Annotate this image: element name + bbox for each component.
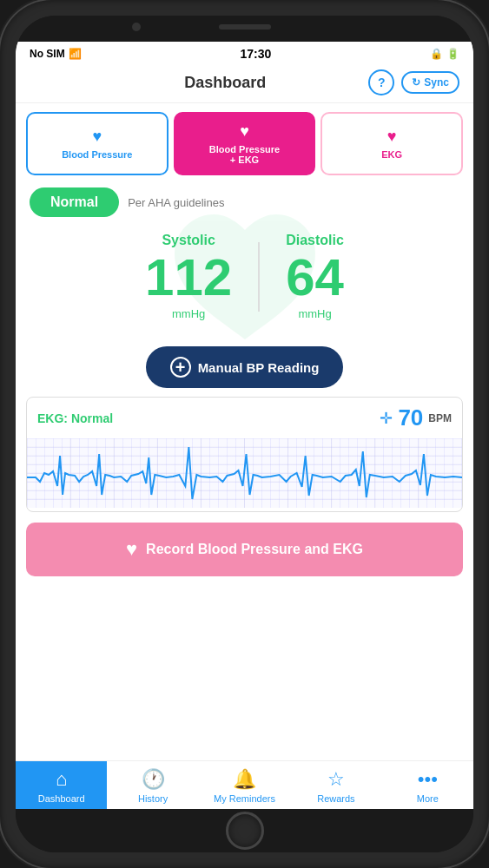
ekg-header: EKG: Normal ✛ 70 BPM	[27, 398, 462, 438]
battery-icon: 🔋	[446, 48, 459, 60]
spacer	[16, 583, 473, 760]
lock-icon: 🔒	[430, 48, 443, 60]
phone-frame: No SIM 📶 17:30 🔒 🔋 Dashboard ? ↻ Sync	[0, 0, 489, 868]
ekg-bpm-value: 70	[398, 404, 423, 431]
ekg-label: EKG:	[37, 411, 68, 425]
ekg-bpm-unit: BPM	[428, 412, 452, 424]
bp-tab-label: Blood Pressure	[62, 149, 132, 160]
diastolic-reading: Diastolic 64 mmHg	[260, 233, 370, 320]
bp-tab-icon: ♥	[92, 128, 102, 146]
tab-blood-pressure-ekg[interactable]: ♥ Blood Pressure+ EKG	[174, 112, 316, 175]
ekg-bpm-display: ✛ 70 BPM	[380, 404, 452, 431]
diastolic-unit: mmHg	[298, 307, 331, 320]
record-heart-icon: ♥	[126, 538, 137, 561]
nav-rewards-label: Rewards	[317, 793, 354, 804]
sync-label: Sync	[424, 76, 449, 89]
header-title: Dashboard	[82, 74, 368, 92]
header-actions: ? ↻ Sync	[368, 69, 459, 95]
phone-bottom	[16, 809, 473, 852]
screen: No SIM 📶 17:30 🔒 🔋 Dashboard ? ↻ Sync	[16, 42, 473, 809]
app-header: Dashboard ? ↻ Sync	[16, 64, 473, 103]
bpekg-tab-icon: ♥	[240, 122, 249, 141]
phone-inner: No SIM 📶 17:30 🔒 🔋 Dashboard ? ↻ Sync	[16, 16, 473, 852]
tab-ekg[interactable]: ♥ EKG	[320, 112, 463, 175]
ekg-pulse-icon: ✛	[380, 409, 393, 428]
nav-more-label: More	[417, 793, 439, 804]
systolic-unit: mmHg	[172, 307, 205, 320]
wifi-icon: 📶	[69, 48, 82, 60]
nav-reminders[interactable]: 🔔 My Reminders	[199, 761, 290, 809]
record-bp-ekg-button[interactable]: ♥ Record Blood Pressure and EKG	[26, 523, 463, 576]
ekg-chart	[27, 438, 462, 508]
systolic-value: 112	[145, 252, 232, 304]
sync-icon: ↻	[412, 76, 420, 89]
tab-selector: ♥ Blood Pressure ♥ Blood Pressure+ EKG ♥…	[16, 103, 473, 181]
manual-bp-plus-icon: +	[170, 357, 191, 378]
ekg-tab-icon: ♥	[387, 128, 397, 146]
diastolic-label: Diastolic	[286, 233, 344, 248]
history-icon: 🕐	[142, 768, 165, 791]
help-button[interactable]: ?	[368, 69, 394, 95]
camera	[132, 23, 141, 31]
ekg-normal-status: Normal	[71, 411, 113, 425]
status-time: 17:30	[240, 47, 271, 61]
record-btn-section: ♥ Record Blood Pressure and EKG	[16, 512, 473, 583]
nav-dashboard-label: Dashboard	[38, 793, 85, 804]
systolic-reading: Systolic 112 mmHg	[119, 233, 258, 320]
nav-dashboard[interactable]: ⌂ Dashboard	[16, 761, 107, 809]
ekg-tab-label: EKG	[381, 149, 402, 160]
normal-badge: Normal	[30, 187, 119, 217]
record-btn-label: Record Blood Pressure and EKG	[146, 542, 363, 557]
phone-top-bar	[16, 16, 473, 42]
bpekg-tab-label: Blood Pressure+ EKG	[209, 144, 280, 165]
nav-more[interactable]: ••• More	[382, 761, 473, 809]
carrier-label: No SIM	[30, 48, 65, 60]
nav-history[interactable]: 🕐 History	[107, 761, 198, 809]
nav-rewards[interactable]: ☆ Rewards	[290, 761, 381, 809]
status-left: No SIM 📶	[30, 48, 82, 60]
ekg-status: EKG: Normal	[37, 411, 113, 425]
readings-section: Systolic 112 mmHg Diastolic 64 mmHg	[16, 224, 473, 338]
tab-blood-pressure[interactable]: ♥ Blood Pressure	[26, 112, 169, 175]
speaker	[219, 24, 271, 30]
reminders-icon: 🔔	[233, 768, 256, 791]
home-button[interactable]	[226, 812, 264, 850]
bottom-nav: ⌂ Dashboard 🕐 History 🔔 My Reminders ☆ R…	[16, 760, 473, 809]
status-right: 🔒 🔋	[430, 48, 459, 60]
nav-history-label: History	[138, 793, 168, 804]
readings-inner: Systolic 112 mmHg Diastolic 64 mmHg	[119, 233, 370, 320]
manual-bp-label: Manual BP Reading	[198, 360, 320, 375]
sync-button[interactable]: ↻ Sync	[401, 71, 459, 94]
rewards-icon: ☆	[327, 768, 345, 791]
ekg-section: EKG: Normal ✛ 70 BPM	[26, 397, 463, 512]
dashboard-icon: ⌂	[56, 768, 67, 791]
status-bar: No SIM 📶 17:30 🔒 🔋	[16, 42, 473, 64]
more-icon: •••	[418, 768, 438, 791]
systolic-label: Systolic	[162, 233, 215, 248]
diastolic-value: 64	[286, 252, 344, 304]
nav-reminders-label: My Reminders	[214, 793, 275, 804]
